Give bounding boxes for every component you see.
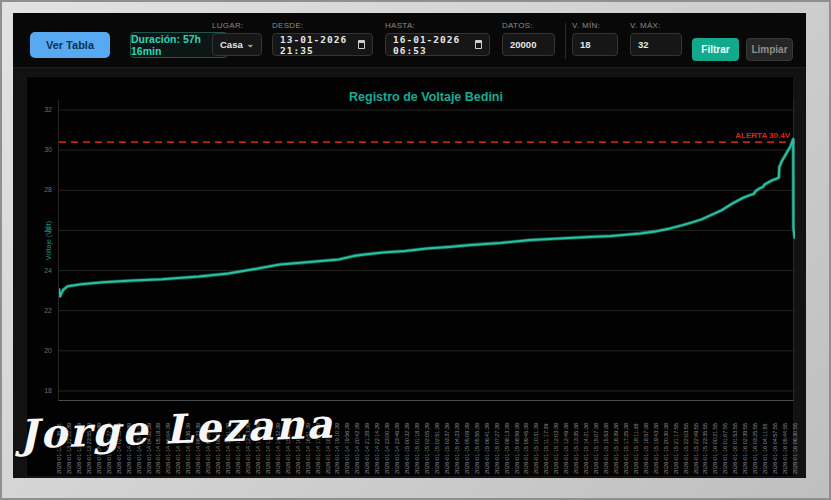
x-tick-label: 2026-01-15 18:57:38 bbox=[643, 423, 649, 474]
x-tick-label: 2026-01-15 05:09:39 bbox=[464, 423, 470, 474]
hasta-datetime-input[interactable]: 16-01-2026 06:53 bbox=[385, 33, 490, 56]
x-tick-label: 2026-01-15 19:43:38 bbox=[653, 423, 659, 474]
x-tick-label: 2026-01-15 23:35:55 bbox=[702, 423, 708, 474]
lugar-value: Casa bbox=[220, 39, 243, 50]
x-tick-label: 2026-01-15 17:25:38 bbox=[623, 423, 629, 474]
x-tick-label: 2026-01-15 10:31:39 bbox=[533, 423, 539, 474]
voltage-line bbox=[59, 139, 795, 296]
lugar-select[interactable]: Casa ⌄ bbox=[212, 33, 262, 56]
vmax-group: V. MÁX: 32 bbox=[630, 21, 682, 56]
x-tick-label: 2026-01-16 01:53:55 bbox=[732, 423, 738, 474]
datos-group: DATOS: 20000 bbox=[502, 21, 555, 56]
desde-value: 13-01-2026 21:35 bbox=[280, 34, 358, 56]
vmin-value: 18 bbox=[580, 39, 591, 50]
desde-datetime-input[interactable]: 13-01-2026 21:35 bbox=[272, 33, 373, 56]
chart-svg bbox=[59, 100, 795, 401]
y-tick-label: 32 bbox=[30, 106, 52, 113]
screenshot-frame: Ver Tabla Duración: 57h 16min LUGAR: Cas… bbox=[0, 0, 831, 500]
lugar-label: LUGAR: bbox=[212, 21, 262, 30]
x-tick-label: 2026-01-14 20:42:39 bbox=[354, 423, 360, 474]
x-tick-label: 2026-01-14 21:28:39 bbox=[364, 423, 370, 474]
y-axis-title: Voltaje (Volt) bbox=[45, 211, 52, 271]
ver-tabla-button[interactable]: Ver Tabla bbox=[30, 32, 110, 58]
x-tick-label: 2026-01-14 19:10:39 bbox=[334, 423, 340, 474]
chevron-down-icon: ⌄ bbox=[246, 40, 254, 49]
lugar-group: LUGAR: Casa ⌄ bbox=[212, 21, 262, 56]
datos-label: DATOS: bbox=[502, 21, 555, 30]
x-tick-label: 2026-01-16 02:39:55 bbox=[742, 423, 748, 474]
vmin-group: V. MÍN: 18 bbox=[572, 21, 618, 56]
x-tick-label: 2026-01-16 01:07:55 bbox=[722, 423, 728, 474]
x-tick-label: 2026-01-15 13:35:38 bbox=[573, 423, 579, 474]
y-tick-label: 22 bbox=[30, 307, 52, 314]
x-tick-label: 2026-01-16 05:44:55 bbox=[782, 423, 788, 474]
vmax-label: V. MÁX: bbox=[630, 21, 682, 30]
x-tick-label: 2026-01-15 08:13:39 bbox=[504, 423, 510, 474]
datos-input[interactable]: 20000 bbox=[502, 33, 555, 56]
x-tick-label: 2026-01-15 22:49:55 bbox=[693, 423, 699, 474]
x-tick-label: 2026-01-15 16:39:38 bbox=[613, 423, 619, 474]
voltage-chart bbox=[58, 100, 794, 401]
x-tick-label: 2026-01-15 20:30:38 bbox=[663, 423, 669, 474]
x-tick-label: 2026-01-15 03:37:39 bbox=[444, 423, 450, 474]
filtrar-button[interactable]: Filtrar bbox=[692, 38, 739, 61]
x-tick-label: 2026-01-15 11:17:39 bbox=[543, 423, 549, 474]
x-tick-label: 2026-01-15 04:23:39 bbox=[454, 423, 460, 474]
toolbar-separator bbox=[565, 23, 566, 59]
hasta-label: HASTA: bbox=[385, 21, 490, 30]
x-tick-label: 2026-01-15 06:41:39 bbox=[484, 423, 490, 474]
x-tick-label: 2026-01-15 12:03:39 bbox=[553, 423, 559, 474]
vmin-label: V. MÍN: bbox=[572, 21, 618, 30]
x-tick-label: 2026-01-15 01:18:39 bbox=[414, 423, 420, 474]
x-tick-label: 2026-01-14 19:56:39 bbox=[344, 423, 350, 474]
calendar-icon[interactable] bbox=[475, 40, 482, 49]
x-tick-label: 2026-01-15 14:21:38 bbox=[583, 423, 589, 474]
x-tick-label: 2026-01-15 02:51:39 bbox=[434, 423, 440, 474]
x-tick-label: 2026-01-15 12:49:38 bbox=[563, 423, 569, 474]
x-tick-label: 2026-01-15 22:03:55 bbox=[683, 423, 689, 474]
x-tick-label: 2026-01-16 04:57:55 bbox=[772, 423, 778, 474]
x-tick-label: 2026-01-15 08:59:39 bbox=[514, 423, 520, 474]
y-tick-label: 18 bbox=[30, 387, 52, 394]
x-tick-label: 2026-01-16 06:30:55 bbox=[792, 423, 798, 474]
calendar-icon[interactable] bbox=[358, 40, 365, 49]
toolbar: Ver Tabla Duración: 57h 16min LUGAR: Cas… bbox=[13, 13, 806, 68]
limpiar-button[interactable]: Limpiar bbox=[746, 38, 793, 61]
x-tick-label: 2026-01-14 22:14:39 bbox=[374, 423, 380, 474]
voltage-line-glow bbox=[59, 139, 795, 296]
datos-value: 20000 bbox=[510, 39, 536, 50]
x-tick-label: 2026-01-14 23:00:39 bbox=[384, 423, 390, 474]
desde-group: DESDE: 13-01-2026 21:35 bbox=[272, 21, 373, 56]
vmax-value: 32 bbox=[638, 39, 649, 50]
x-tick-label: 2026-01-15 15:53:38 bbox=[603, 423, 609, 474]
vmax-input[interactable]: 32 bbox=[630, 33, 682, 56]
vmin-input[interactable]: 18 bbox=[572, 33, 618, 56]
x-tick-label: 2026-01-15 15:07:38 bbox=[593, 423, 599, 474]
x-tick-label: 2026-01-15 00:32:39 bbox=[404, 423, 410, 474]
x-tick-label: 2026-01-16 00:21:55 bbox=[712, 423, 718, 474]
x-tick-label: 2026-01-15 09:45:39 bbox=[523, 423, 529, 474]
x-tick-label: 2026-01-16 03:25:55 bbox=[752, 423, 758, 474]
hasta-value: 16-01-2026 06:53 bbox=[393, 34, 475, 56]
x-tick-label: 2026-01-15 02:05:39 bbox=[424, 423, 430, 474]
x-tick-label: 2026-01-14 23:46:39 bbox=[394, 423, 400, 474]
y-tick-label: 20 bbox=[30, 347, 52, 354]
app-window: Ver Tabla Duración: 57h 16min LUGAR: Cas… bbox=[13, 13, 806, 478]
alert-label: ALERTA 30.4V bbox=[735, 131, 790, 140]
y-tick-label: 28 bbox=[30, 186, 52, 193]
x-tick-label: 2026-01-16 04:11:55 bbox=[762, 423, 768, 474]
y-tick-label: 30 bbox=[30, 146, 52, 153]
x-tick-label: 2026-01-15 18:11:38 bbox=[633, 423, 639, 474]
x-tick-label: 2026-01-15 07:27:39 bbox=[494, 423, 500, 474]
desde-label: DESDE: bbox=[272, 21, 373, 30]
x-tick-label: 2026-01-15 05:55:39 bbox=[474, 423, 480, 474]
hasta-group: HASTA: 16-01-2026 06:53 bbox=[385, 21, 490, 56]
x-tick-label: 2026-01-15 21:17:55 bbox=[673, 423, 679, 474]
